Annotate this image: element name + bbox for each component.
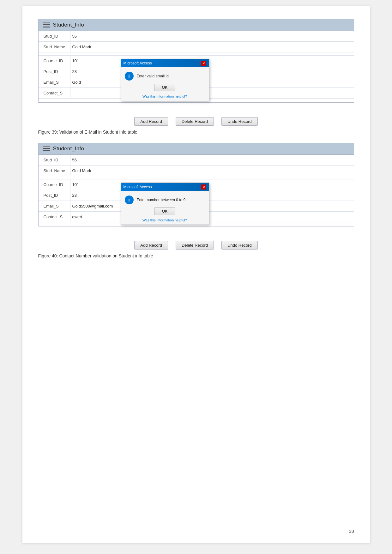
- form2-post-id-label: Post_ID: [39, 190, 70, 201]
- form1-title: Student_Info: [53, 22, 84, 28]
- form1-spacer1: [39, 52, 354, 56]
- form1-contact-label: Contact_S: [39, 88, 70, 98]
- form1-course-id-input[interactable]: [72, 58, 352, 64]
- form2-dialog-info-icon: i: [125, 196, 134, 204]
- form2-dialog-title: Microsoft Access: [124, 185, 152, 189]
- form2-dialog-message: Enter number between 0 to 9: [137, 198, 186, 202]
- form1-stud-id-input[interactable]: [72, 33, 352, 39]
- form2-post-id-field: [70, 190, 354, 201]
- form1-body: Stud_ID Stud_Name Course_ID: [39, 31, 354, 102]
- form1-course-id-label: Course_ID: [39, 56, 70, 66]
- form1-email-input[interactable]: [72, 79, 352, 85]
- form2-delete-button[interactable]: Delete Record: [176, 241, 214, 250]
- form2-course-id-input[interactable]: [72, 182, 352, 188]
- page: Student_Info Stud_ID Stud_Name Course_ID: [22, 6, 370, 543]
- form1-stud-id-field: [70, 31, 354, 41]
- form1-post-id-field: [70, 66, 354, 77]
- form2-email-input[interactable]: [72, 203, 352, 209]
- form1-course-id-field: [70, 56, 354, 66]
- form1-stud-name-label: Stud_Name: [39, 42, 70, 52]
- form1-dialog-body: i Enter valid email id OK Was this infor…: [121, 67, 209, 101]
- form2-contact-label: Contact_S: [39, 212, 70, 222]
- form1-panel: Student_Info Stud_ID Stud_Name Course_ID: [38, 19, 354, 103]
- form2-stud-name-row: Stud_Name: [39, 166, 354, 176]
- form1-delete-button[interactable]: Delete Record: [176, 117, 214, 126]
- form-icon: [43, 22, 50, 28]
- form2-stud-id-row: Stud_ID: [39, 155, 354, 166]
- form2-icon: [43, 146, 50, 152]
- form2-button-row: Add Record Delete Record Undo Record: [38, 235, 354, 252]
- form2-spacer1: [39, 176, 354, 179]
- figure39-caption: Figure 39: Validation of E-Mail in Stude…: [38, 128, 354, 136]
- form2-contact-field: [70, 212, 354, 222]
- form1-dialog-info-icon: i: [125, 72, 134, 81]
- form1-dialog-message: Enter valid email id: [137, 74, 169, 78]
- form2-stud-name-label: Stud_Name: [39, 166, 70, 176]
- form1-stud-id-label: Stud_ID: [39, 31, 70, 41]
- form2-stud-id-label: Stud_ID: [39, 155, 70, 165]
- form2-title: Student_Info: [53, 146, 84, 152]
- form2-dialog-body: i Enter number between 0 to 9 OK Was thi…: [121, 191, 209, 225]
- form2-email-field: [70, 201, 354, 211]
- form1-contact-field: [70, 88, 354, 98]
- page-number: 38: [349, 529, 354, 534]
- form2-course-id-field: [70, 179, 354, 190]
- form2-header: Student_Info: [39, 143, 354, 155]
- form2-add-button[interactable]: Add Record: [134, 241, 168, 250]
- form2-stud-id-input[interactable]: [72, 157, 352, 163]
- form1-dialog-container: Course_ID Post_ID Email_S: [39, 56, 354, 99]
- figure40-caption: Figure 40: Contact Number validation on …: [38, 252, 354, 260]
- form1-dialog-close-button[interactable]: ✕: [201, 61, 206, 66]
- form2-stud-id-field: [70, 155, 354, 165]
- form2-body: Stud_ID Stud_Name Course_ID: [39, 155, 354, 226]
- form1-email-label: Email_S: [39, 77, 70, 87]
- form1-stud-name-field: [70, 42, 354, 52]
- form1-dialog: Microsoft Access ✕ i Enter valid email i…: [121, 59, 209, 101]
- form1-contact-input[interactable]: [72, 90, 352, 96]
- form2-dialog: Microsoft Access ✕ i Enter number betwee…: [121, 183, 209, 225]
- form2-contact-input[interactable]: [72, 214, 352, 220]
- form1-button-row: Add Record Delete Record Undo Record: [38, 111, 354, 128]
- form2-dialog-ok-button[interactable]: OK: [154, 208, 175, 215]
- form2-course-id-label: Course_ID: [39, 179, 70, 190]
- form1-undo-button[interactable]: Undo Record: [221, 117, 258, 126]
- form2-dialog-container: Course_ID Post_ID Email_S: [39, 179, 354, 222]
- form1-dialog-titlebar: Microsoft Access ✕: [121, 59, 209, 67]
- form2-undo-button[interactable]: Undo Record: [221, 241, 258, 250]
- form1-header: Student_Info: [39, 19, 354, 31]
- form1-add-button[interactable]: Add Record: [134, 117, 168, 126]
- form1-post-id-input[interactable]: [72, 69, 352, 75]
- form2-dialog-close-button[interactable]: ✕: [201, 184, 206, 190]
- form2-dialog-titlebar: Microsoft Access ✕: [121, 183, 209, 191]
- form1-stud-name-row: Stud_Name: [39, 42, 354, 52]
- form1-dialog-ok-button[interactable]: OK: [154, 84, 175, 91]
- form2-post-id-input[interactable]: [72, 192, 352, 198]
- form1-dialog-title: Microsoft Access: [124, 61, 152, 65]
- form1-post-id-label: Post_ID: [39, 66, 70, 77]
- form1-stud-name-input[interactable]: [72, 44, 352, 50]
- form2-dialog-help-link[interactable]: Was this information helpful?: [142, 218, 187, 222]
- form2-dialog-info-row: i Enter number between 0 to 9: [125, 196, 205, 204]
- form2-email-label: Email_S: [39, 201, 70, 211]
- form1-dialog-info-row: i Enter valid email id: [125, 72, 205, 81]
- form2-stud-name-field: [70, 166, 354, 176]
- form1-email-field: [70, 77, 354, 87]
- form2-stud-name-input[interactable]: [72, 168, 352, 174]
- form1-stud-id-row: Stud_ID: [39, 31, 354, 42]
- form2-panel: Student_Info Stud_ID Stud_Name Course_ID: [38, 143, 354, 226]
- form1-dialog-help-link[interactable]: Was this information helpful?: [142, 94, 187, 98]
